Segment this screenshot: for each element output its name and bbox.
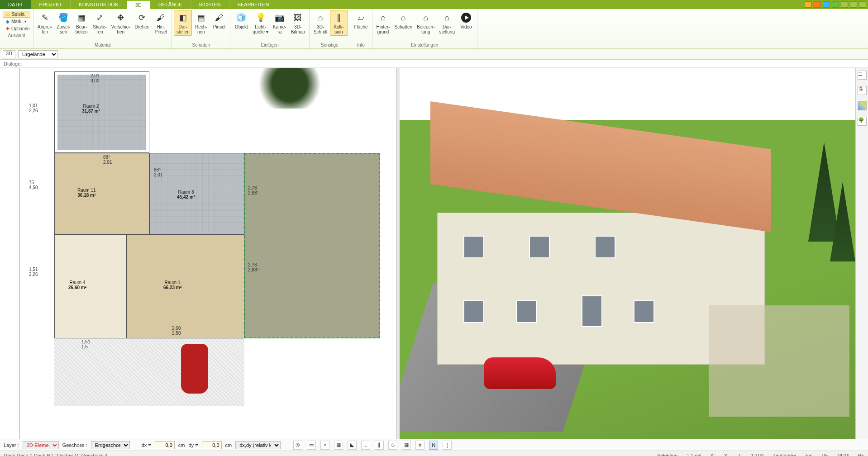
tool-pipe-icon[interactable]: ¦ xyxy=(443,441,452,450)
eyedropper-icon: ✎ xyxy=(38,11,51,24)
settings-icon[interactable] xyxy=(814,1,821,8)
btn-3dbitmap[interactable]: 🖼3D- Bitmap xyxy=(289,10,307,36)
btn-verschieben[interactable]: ✥Verschie- ben xyxy=(109,10,133,36)
calc-icon: ▤ xyxy=(195,11,207,24)
btn-3dschnitt[interactable]: ⌂3D- Schnitt xyxy=(311,10,330,36)
btn-schatten[interactable]: ⌂Schatten xyxy=(392,10,415,31)
tab-bearbeiten[interactable]: BEARBEITEN xyxy=(229,0,278,9)
section-icon: ⌂ xyxy=(314,11,327,24)
status-num: NUM xyxy=(837,453,849,456)
dy-input[interactable] xyxy=(202,441,222,449)
btn-hintergrund[interactable]: ⌂Hinter- grund xyxy=(374,10,392,36)
btn-skalieren[interactable]: ⤢Skalie- ren xyxy=(91,10,109,36)
tool-grid-icon[interactable]: ▦ xyxy=(402,441,411,450)
object-icon: 🧊 xyxy=(235,11,248,24)
ribbon: ▭Selekt. ◆Mark.▾ ✚Optionen Auswahl ✎Abgr… xyxy=(0,9,868,49)
geschoss-select[interactable]: Erdgeschos xyxy=(91,441,130,449)
coord-mode-select[interactable]: dx,dy (relativ ka xyxy=(235,441,281,449)
tool-target-icon[interactable]: ◎ xyxy=(293,441,302,450)
btn-lichtquelle[interactable]: 💡Licht- quelle ▾ xyxy=(250,10,270,36)
plan-2d-view[interactable]: Raum 231,87 m² 1,012,26 2,013,00 Raum 11… xyxy=(0,68,397,439)
room-3[interactable]: Raum 345,42 m² xyxy=(149,153,244,234)
tool-ortho-icon[interactable]: ▦ xyxy=(334,441,343,450)
view-mode-field[interactable]: 3D xyxy=(3,50,15,58)
tool-snap-icon[interactable]: ⌖ xyxy=(320,441,329,450)
room-2[interactable]: Raum 231,87 m² xyxy=(54,71,149,153)
minimize-button[interactable] xyxy=(841,1,848,8)
terrace[interactable] xyxy=(244,153,380,338)
camera-icon: 📷 xyxy=(273,11,286,24)
info-icon[interactable] xyxy=(823,1,830,8)
edit-icon: ▦ xyxy=(75,11,88,24)
terrain-select[interactable]: Urgelände xyxy=(18,50,58,58)
btn-drehen[interactable]: ⟳Drehen xyxy=(133,10,152,31)
tree-plan xyxy=(253,68,326,109)
view-3d[interactable]: ☰ 🪑 🌳 xyxy=(400,68,868,439)
bottom-controlbar: Layer : 2D-Elemen Geschoss : Erdgeschos … xyxy=(0,439,868,451)
btn-video[interactable]: Video xyxy=(457,10,475,31)
maximize-button[interactable] xyxy=(850,1,857,8)
close-button[interactable] xyxy=(859,1,866,8)
tab-gelaende[interactable]: GELÄNDE xyxy=(150,0,191,9)
tool-parallel-icon[interactable]: ∥ xyxy=(375,441,384,450)
patio-3d xyxy=(709,305,849,417)
status-x: X: xyxy=(711,453,715,456)
select-toggle[interactable]: ▭Selekt. xyxy=(3,11,30,18)
update-icon[interactable] xyxy=(832,1,839,8)
tab-datei[interactable]: DATEI xyxy=(0,0,31,9)
room-1[interactable]: Raum 166,23 m² xyxy=(127,234,244,338)
palette-layers-icon[interactable]: ☰ xyxy=(858,71,867,80)
ruler-vertical xyxy=(0,68,20,439)
play-icon xyxy=(460,11,472,24)
room-4[interactable]: Raum 426,60 m² xyxy=(54,234,127,338)
rotate-icon: ⟳ xyxy=(136,11,148,24)
background-icon: ⌂ xyxy=(377,11,390,24)
pine-tree-3d-2 xyxy=(830,182,855,261)
tool-angle-icon[interactable]: ◣ xyxy=(348,441,357,450)
tab-sichten[interactable]: SICHTEN xyxy=(191,0,229,9)
car-plan xyxy=(181,344,208,394)
btn-kamera[interactable]: 📷Kame- ra xyxy=(271,10,289,36)
tool-n-icon[interactable]: N xyxy=(429,441,438,450)
btn-pinsel[interactable]: 🖌Pinsel xyxy=(210,10,228,31)
btn-kollision[interactable]: ‖Kolli- sion xyxy=(330,10,348,36)
layer-select[interactable]: 2D-Elemen xyxy=(23,441,59,449)
options-toggle[interactable]: ✚Optionen xyxy=(3,25,30,32)
mark-toggle[interactable]: ◆Mark.▾ xyxy=(3,18,30,25)
tab-3d[interactable]: 3D xyxy=(127,0,150,9)
group-auswahl-label: Auswahl xyxy=(2,33,31,39)
btn-abgreifen[interactable]: ✎Abgrei- fen xyxy=(35,10,54,36)
palette-materials-icon[interactable] xyxy=(858,101,867,110)
help-icon[interactable] xyxy=(805,1,812,8)
move-icon: ✥ xyxy=(114,11,127,24)
btn-darstellen[interactable]: ◧Dar- stellen xyxy=(174,10,192,36)
status-uf: UF xyxy=(822,453,829,456)
dx-input[interactable] xyxy=(155,441,175,449)
btn-darstellung[interactable]: ⌂Dar- stellung xyxy=(437,10,457,36)
group-info-label: Info xyxy=(352,43,370,48)
side-palette: ☰ 🪑 🌳 xyxy=(855,68,868,439)
tool-diamond-icon[interactable]: ◇ xyxy=(388,441,397,450)
status-rf: RF xyxy=(858,453,864,456)
btn-objekt[interactable]: 🧊Objekt xyxy=(232,10,250,31)
tab-konstruktion[interactable]: KONSTRUKTION xyxy=(71,0,127,9)
tool-screen-icon[interactable]: ▭ xyxy=(307,441,316,450)
btn-beleuchtung[interactable]: ⌂Beleuch- tung xyxy=(415,10,437,36)
btn-rechnen[interactable]: ▤Rech- nen xyxy=(192,10,210,36)
btn-zuweisen[interactable]: 🪣Zuwei- sen xyxy=(54,10,72,36)
group-sonstige-label: Sonstige xyxy=(311,43,348,48)
group-einfuegen-label: Einfügen xyxy=(232,43,307,48)
btn-bearbeiten[interactable]: ▦Bear- beiten xyxy=(72,10,91,36)
palette-plant-icon[interactable]: 🌳 xyxy=(858,117,867,126)
palette-chair-icon[interactable]: 🪑 xyxy=(858,86,867,95)
tool-hash-icon[interactable]: # xyxy=(415,441,424,450)
btn-flaeche[interactable]: ▱Fläche xyxy=(352,10,370,31)
tab-projekt[interactable]: PROJEKT xyxy=(31,0,71,9)
tool-perp-icon[interactable]: ⟂ xyxy=(361,441,370,450)
cm-label: cm xyxy=(178,442,185,448)
status-bar: Dach Dach 1 Dach B L=Dächer G=Geschoss 4… xyxy=(0,451,868,456)
lighting-icon: ⌂ xyxy=(420,11,432,24)
layer-label: Layer : xyxy=(4,442,19,448)
btn-hinpinsel[interactable]: 🖌Hin. Pinsel xyxy=(152,10,170,36)
room-11[interactable]: Raum 1136,18 m² xyxy=(54,153,149,234)
